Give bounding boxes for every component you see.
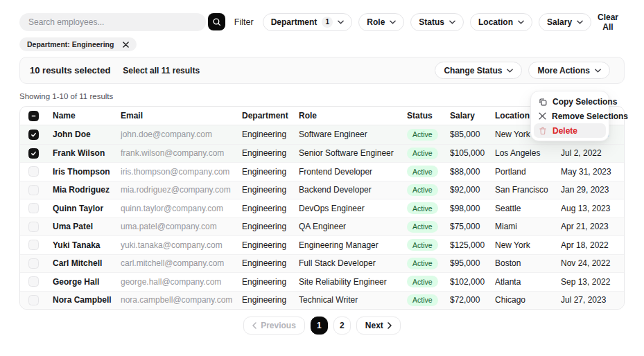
table-row[interactable]: Iris Thompsoniris.thompson@company.comEn… (20, 162, 624, 181)
cell-salary: $95,000 (450, 258, 495, 268)
cell-status: Active (407, 276, 450, 287)
cell-email: frank.wilson@company.com (121, 148, 242, 158)
row-checkbox[interactable] (28, 240, 39, 250)
cell-email: quinn.taylor@company.com (121, 204, 242, 213)
table-row[interactable]: Yuki Tanakayuki.tanaka@company.comEngine… (20, 235, 624, 254)
filter-pill-label: Department (271, 17, 317, 27)
search-icon (212, 17, 221, 26)
cell-department: Engineering (242, 277, 299, 287)
remove-filter-icon[interactable] (123, 42, 129, 48)
cell-name: Quinn Taylor (53, 204, 121, 213)
previous-page-button[interactable]: Previous (243, 317, 305, 335)
filter-pill-salary[interactable]: Salary (539, 13, 591, 31)
table-row[interactable]: Carl Mitchellcarl.mitchell@company.comEn… (20, 254, 624, 273)
more-actions-button[interactable]: More Actions (528, 62, 610, 79)
cell-name: Nora Campbell (53, 295, 121, 305)
table-row[interactable]: Mia Rodriguezmia.rodriguez@company.comEn… (20, 181, 624, 199)
cell-location: Boston (495, 258, 561, 268)
cell-name: Carl Mitchell (53, 258, 121, 268)
menu-item-remove-selections[interactable]: Remove Selections (534, 109, 606, 123)
cell-name: George Hall (53, 277, 121, 287)
filter-pill-department[interactable]: Department1 (263, 13, 353, 31)
cell-salary: $92,000 (450, 185, 495, 195)
row-checkbox[interactable] (28, 295, 39, 305)
table-row[interactable]: Quinn Taylorquinn.taylor@company.comEngi… (20, 199, 624, 217)
copy-icon (539, 98, 547, 106)
search-button[interactable] (208, 13, 225, 30)
cell-location: Miami (495, 222, 561, 231)
cell-name: John Doe (53, 130, 121, 139)
checkbox-cell (20, 148, 53, 159)
filter-chip-department-engineering[interactable]: Department: Engineering (19, 37, 137, 51)
cell-salary: $125,000 (450, 240, 495, 250)
change-status-label: Change Status (444, 66, 502, 75)
cell-salary: $75,000 (450, 222, 495, 231)
status-badge: Active (407, 258, 438, 269)
page-button-2[interactable]: 2 (333, 317, 351, 335)
menu-item-label: Copy Selections (552, 97, 617, 107)
table-row[interactable]: Uma Pateluma.patel@company.comEngineerin… (20, 217, 624, 236)
search-input[interactable] (19, 13, 206, 31)
row-checkbox[interactable] (28, 203, 39, 213)
menu-item-delete[interactable]: Delete (534, 123, 606, 138)
change-status-button[interactable]: Change Status (435, 62, 522, 79)
chevron-down-icon (577, 20, 583, 24)
cell-status: Active (407, 148, 450, 159)
table-row[interactable]: Frank Wilsonfrank.wilson@company.comEngi… (20, 144, 624, 163)
cell-name: Mia Rodriguez (53, 185, 121, 195)
filter-pill-label: Salary (547, 17, 572, 27)
cell-email: nora.campbell@company.com (121, 295, 242, 305)
cell-department: Engineering (242, 130, 299, 139)
cell-role: Software Engineer (299, 130, 407, 139)
chevron-down-icon (595, 69, 601, 73)
row-checkbox[interactable] (28, 222, 39, 232)
cell-salary: $105,000 (450, 148, 495, 158)
column-header-department: Department (242, 111, 299, 121)
column-header-status: Status (407, 111, 450, 121)
cell-status: Active (407, 221, 450, 233)
cell-department: Engineering (242, 240, 299, 250)
status-badge: Active (407, 276, 438, 287)
filter-pill-role[interactable]: Role (358, 13, 404, 31)
chevron-right-icon (388, 322, 392, 329)
filter-pill-status[interactable]: Status (410, 13, 464, 31)
row-checkbox[interactable] (28, 130, 39, 140)
toolbar: Filter Department1RoleStatusLocationSala… (19, 12, 625, 31)
row-checkbox[interactable] (28, 166, 39, 177)
cell-role: Engineering Manager (299, 240, 407, 250)
cell-location: Portland (495, 167, 561, 177)
cell-status: Active (407, 184, 450, 196)
page-button-1[interactable]: 1 (311, 317, 328, 335)
row-checkbox[interactable] (28, 258, 39, 269)
row-checkbox[interactable] (28, 185, 39, 195)
row-checkbox[interactable] (28, 276, 39, 287)
x-icon (539, 112, 546, 120)
cell-status: Active (407, 129, 450, 141)
checkbox-cell (20, 240, 53, 250)
column-header-name: Name (53, 111, 121, 121)
status-badge: Active (407, 202, 438, 214)
filter-pill-location[interactable]: Location (470, 13, 532, 31)
column-header-salary: Salary (450, 111, 495, 121)
cell-email: george.hall@company.com (121, 277, 242, 287)
cell-joined: Apr 18, 2022 (561, 240, 624, 250)
cell-email: mia.rodriguez@company.com (121, 185, 242, 195)
menu-item-copy-selections[interactable]: Copy Selections (534, 94, 606, 109)
cell-role: Technical Writer (299, 295, 407, 305)
cell-joined: Jul 2, 2022 (561, 148, 624, 158)
clear-all-button[interactable]: Clear All (591, 12, 625, 33)
page-buttons: 12 (311, 317, 351, 335)
status-badge: Active (407, 221, 438, 233)
row-checkbox[interactable] (28, 148, 39, 159)
cell-email: uma.patel@company.com (121, 222, 242, 231)
next-page-button[interactable]: Next (356, 317, 401, 335)
cell-location: Los Angeles (495, 148, 561, 158)
table-row[interactable]: Nora Campbellnora.campbell@company.comEn… (20, 291, 624, 310)
cell-salary: $72,000 (450, 295, 495, 305)
select-all-button[interactable]: Select all 11 results (123, 66, 200, 75)
table-row[interactable]: George Hallgeorge.hall@company.comEngine… (20, 272, 624, 291)
chevron-down-icon (449, 20, 455, 24)
selection-bar: 10 results selected Select all 11 result… (19, 57, 625, 84)
select-all-checkbox[interactable] (28, 111, 39, 121)
checkbox-cell (20, 130, 53, 140)
